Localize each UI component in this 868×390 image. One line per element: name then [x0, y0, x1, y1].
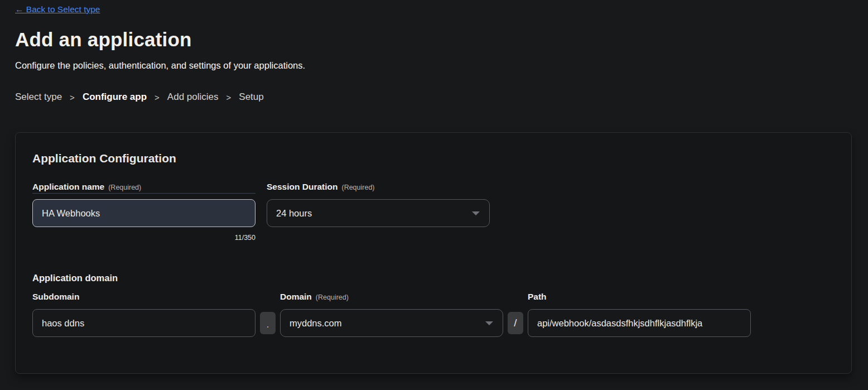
- session-duration-label: Session Duration: [267, 182, 337, 192]
- page-title: Add an application: [15, 28, 853, 51]
- dot-separator: .: [260, 312, 276, 334]
- step-separator-icon: >: [70, 93, 75, 102]
- slash-separator: /: [508, 312, 523, 334]
- step-separator-icon: >: [155, 93, 160, 102]
- subdomain-field: Subdomain: [32, 292, 255, 337]
- application-name-char-counter: 11/350: [32, 234, 255, 242]
- application-name-label: Application name: [32, 182, 104, 192]
- step-configure-app: Configure app: [83, 92, 147, 103]
- path-field: Path: [528, 292, 751, 337]
- chevron-down-icon: [472, 211, 480, 215]
- session-duration-field: Session Duration (Required) 24 hours: [267, 182, 490, 242]
- subdomain-label: Subdomain: [32, 292, 79, 302]
- domain-field: Domain (Required) myddns.com: [280, 292, 503, 337]
- application-domain-heading: Application domain: [32, 273, 835, 283]
- domain-label: Domain: [280, 292, 312, 302]
- application-name-input[interactable]: [32, 199, 255, 227]
- step-setup: Setup: [239, 92, 263, 103]
- page-subtitle: Configure the policies, authentication, …: [15, 60, 853, 71]
- step-separator-icon: >: [226, 93, 232, 102]
- session-duration-label-row: Session Duration (Required): [267, 182, 490, 194]
- chevron-down-icon: [485, 321, 493, 325]
- wizard-steps: Select type > Configure app > Add polici…: [15, 92, 853, 103]
- subdomain-input[interactable]: [32, 309, 255, 337]
- session-duration-select[interactable]: 24 hours: [267, 199, 490, 227]
- application-domain-section: Application domain Subdomain . Domain (R…: [32, 273, 835, 337]
- session-duration-required-tag: (Required): [341, 184, 374, 191]
- domain-selected-value: myddns.com: [290, 318, 342, 329]
- domain-required-tag: (Required): [316, 293, 349, 301]
- domain-select[interactable]: myddns.com: [280, 309, 503, 337]
- dot-separator-wrap: .: [255, 292, 280, 337]
- application-name-required-tag: (Required): [108, 184, 141, 191]
- add-application-page: ← Back to Select type Add an application…: [0, 0, 868, 374]
- session-duration-selected-value: 24 hours: [276, 208, 312, 219]
- domain-label-row: Domain (Required): [280, 292, 503, 303]
- slash-separator-wrap: /: [503, 292, 528, 337]
- subdomain-label-row: Subdomain: [32, 292, 255, 303]
- application-name-label-row: Application name (Required): [32, 182, 255, 194]
- application-configuration-card: Application Configuration Application na…: [15, 132, 852, 374]
- path-label-row: Path: [528, 292, 751, 303]
- back-to-select-type-link[interactable]: ← Back to Select type: [15, 4, 100, 15]
- application-name-field: Application name (Required) 11/350: [32, 182, 255, 242]
- path-label: Path: [528, 292, 547, 302]
- step-select-type: Select type: [15, 92, 62, 103]
- step-add-policies: Add policies: [167, 92, 219, 103]
- card-heading: Application Configuration: [32, 152, 835, 165]
- path-input[interactable]: [528, 309, 751, 337]
